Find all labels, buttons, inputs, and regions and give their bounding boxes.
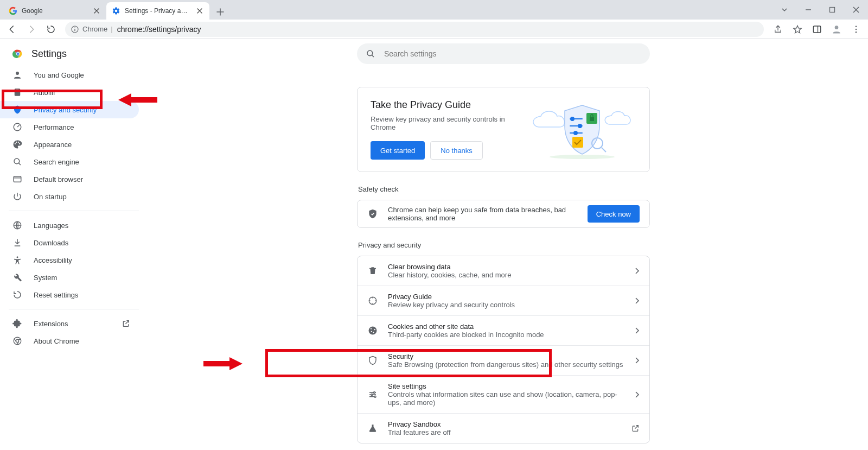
sidebar-item-label: You and Google (34, 71, 84, 79)
svg-rect-3 (74, 29, 75, 31)
search-settings[interactable] (357, 43, 650, 64)
sidebar-item-label: System (34, 274, 57, 282)
row-clear-browsing-data[interactable]: Clear browsing data Clear history, cooki… (358, 256, 649, 286)
get-started-button[interactable]: Get started (371, 141, 425, 160)
new-tab-button[interactable] (213, 4, 228, 20)
sidebar-item-system[interactable]: System (0, 269, 139, 286)
row-security[interactable]: Security Safe Browsing (protection from … (358, 345, 649, 375)
sidebar-item-label: Downloads (34, 239, 68, 247)
sidebar-item-privacy-security[interactable]: Privacy and security (0, 101, 139, 118)
settings-main: Take the Privacy Guide Review key privac… (139, 39, 868, 450)
reload-button[interactable] (42, 21, 60, 38)
privacy-security-list: Clear browsing data Clear history, cooki… (357, 256, 650, 443)
wrench-icon (12, 272, 23, 283)
search-settings-input[interactable] (383, 49, 641, 59)
browser-tab-google[interactable]: Google (3, 2, 106, 20)
window-minimize-icon[interactable] (796, 1, 820, 18)
sidebar-item-extensions[interactable]: Extensions (0, 315, 139, 332)
svg-point-9 (856, 31, 857, 33)
svg-point-37 (371, 394, 373, 395)
sidebar-item-label: Reset settings (34, 291, 78, 299)
chevron-right-icon (635, 297, 640, 304)
external-link-icon (122, 319, 130, 328)
chevron-right-icon (635, 357, 640, 364)
sidebar-item-reset[interactable]: Reset settings (0, 286, 139, 303)
site-info-chip[interactable]: Chrome | (71, 25, 113, 34)
sidebar-item-you-and-google[interactable]: You and Google (0, 66, 139, 84)
close-tab-icon[interactable] (92, 7, 101, 15)
window-icon (12, 174, 23, 185)
external-link-icon (631, 424, 640, 433)
reset-icon (12, 289, 23, 300)
svg-rect-31 (590, 117, 594, 121)
window-maximize-icon[interactable] (820, 1, 844, 18)
sidebar-item-accessibility[interactable]: Accessibility (0, 251, 139, 269)
svg-point-38 (374, 396, 376, 397)
check-now-button[interactable]: Check now (588, 205, 640, 223)
svg-line-34 (602, 148, 606, 152)
forward-button[interactable] (23, 21, 40, 38)
window-dropdown-icon[interactable] (773, 1, 796, 18)
row-site-settings[interactable]: Site settings Controls what information … (358, 375, 649, 413)
globe-icon (12, 220, 23, 231)
sidebar-item-label: Search engine (34, 158, 79, 166)
power-icon (12, 191, 23, 202)
sidebar-item-autofill[interactable]: Autofill (0, 84, 139, 101)
chevron-right-icon (635, 268, 640, 274)
side-panel-button[interactable] (808, 21, 826, 38)
search-icon (366, 49, 375, 59)
chevron-right-icon (635, 327, 640, 334)
kebab-menu-button[interactable] (847, 21, 865, 38)
tune-icon (367, 389, 378, 400)
share-button[interactable] (769, 21, 787, 38)
bookmark-button[interactable] (789, 21, 806, 38)
svg-point-22 (367, 50, 373, 56)
row-privacy-sandbox[interactable]: Privacy Sandbox Trial features are off (358, 413, 649, 443)
svg-point-27 (578, 124, 582, 128)
svg-point-19 (17, 256, 18, 258)
close-tab-icon[interactable] (195, 7, 204, 15)
window-controls (773, 0, 868, 20)
sidebar-item-label: Autofill (34, 88, 55, 97)
sidebar-item-performance[interactable]: Performance (0, 118, 139, 136)
sidebar-item-label: Performance (34, 123, 74, 131)
address-text: chrome://settings/privacy (117, 25, 201, 34)
shield-outline-icon (367, 355, 378, 366)
tab-title: Google (22, 7, 88, 15)
svg-rect-4 (813, 26, 821, 33)
profile-button[interactable] (828, 21, 845, 38)
settings-sidebar: Settings You and Google Autofill Privacy… (0, 39, 139, 450)
sidebar-item-downloads[interactable]: Downloads (0, 234, 139, 251)
person-icon (12, 69, 23, 80)
svg-point-25 (571, 117, 574, 121)
cookie-icon (367, 325, 378, 336)
svg-rect-32 (572, 137, 583, 148)
sidebar-item-search-engine[interactable]: Search engine (0, 153, 139, 170)
sidebar-item-languages[interactable]: Languages (0, 217, 139, 234)
safety-check-message: Chrome can help keep you safe from data … (388, 206, 578, 222)
divider (9, 211, 139, 211)
gear-icon (112, 7, 120, 15)
safety-check-label: Safety check (358, 185, 650, 193)
sidebar-item-appearance[interactable]: Appearance (0, 136, 139, 153)
row-privacy-guide[interactable]: Privacy Guide Review key privacy and sec… (358, 286, 649, 315)
sidebar-item-default-browser[interactable]: Default browser (0, 170, 139, 188)
shield-icon (12, 104, 23, 115)
browser-tab-settings[interactable]: Settings - Privacy and security (106, 2, 209, 20)
no-thanks-button[interactable]: No thanks (430, 141, 483, 160)
privacy-guide-card: Take the Privacy Guide Review key privac… (357, 87, 650, 172)
clipboard-icon (12, 87, 23, 98)
sidebar-item-label: Accessibility (34, 256, 72, 264)
sidebar-item-label: Extensions (34, 320, 68, 328)
chevron-right-icon (635, 391, 640, 398)
window-close-icon[interactable] (844, 1, 868, 18)
sidebar-item-about-chrome[interactable]: About Chrome (0, 332, 139, 350)
address-bar[interactable]: Chrome | chrome://settings/privacy (65, 22, 764, 37)
svg-point-23 (550, 155, 615, 159)
sidebar-item-on-startup[interactable]: On startup (0, 188, 139, 205)
svg-point-29 (574, 131, 577, 135)
svg-rect-16 (14, 176, 21, 182)
row-cookies[interactable]: Cookies and other site data Third-party … (358, 315, 649, 345)
compass-icon (367, 295, 378, 306)
back-button[interactable] (3, 21, 21, 38)
